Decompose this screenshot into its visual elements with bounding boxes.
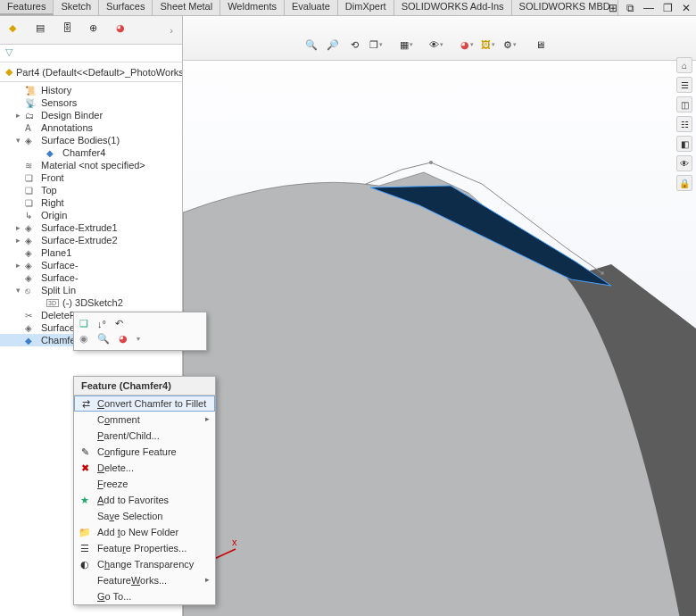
tree-node[interactable]: ▸◈Surface- (0, 259, 182, 271)
tree-node[interactable]: AAnnotations (0, 121, 182, 134)
appearance-dropdown-icon[interactable]: ▾ (137, 335, 140, 343)
taskpane-view-icon[interactable]: ◧ (676, 136, 692, 152)
menu-item-label: Add to Favorites (97, 495, 169, 505)
node-icon: 3D (46, 299, 59, 307)
node-label: Sensors (41, 97, 77, 108)
expander-icon[interactable]: ▸ (14, 261, 21, 270)
config-tab-icon[interactable]: 🗄 (62, 22, 79, 38)
new-window-icon[interactable]: ⊞ (609, 2, 617, 14)
tree-node[interactable]: ≋Material <not specified> (0, 159, 182, 171)
tree-node[interactable]: ▸◈Surface-Extrude1 (0, 221, 182, 234)
node-label: Split Lin (41, 285, 76, 296)
menu-item-convert-chamfer-to-fillet[interactable]: ⇄Convert Chamfer to Fillet (74, 395, 215, 412)
menu-item-comment[interactable]: Comment (74, 412, 215, 428)
filter-row[interactable]: ▽ (0, 45, 182, 62)
tree-node[interactable]: ◈Plane1 (0, 246, 182, 259)
rollback-icon[interactable]: ↶ (115, 318, 123, 329)
taskpane-layers-icon[interactable]: ☰ (676, 77, 692, 93)
menu-item-add-to-new-folder[interactable]: 📁Add to New Folder (74, 524, 215, 540)
menu-item-save-selection[interactable]: Save Selection (74, 508, 215, 524)
menu-item-configure-feature[interactable]: ✎Configure Feature (74, 444, 215, 460)
menu-item-add-to-favorites[interactable]: ★Add to Favorites (74, 492, 215, 508)
panel-expand-icon[interactable]: › (170, 25, 173, 36)
menu-item-feature-properties[interactable]: ☰Feature Properties... (74, 540, 215, 556)
menu-item-delete[interactable]: ✖Delete... (74, 460, 215, 476)
screen-button[interactable]: 🖥 (532, 37, 548, 53)
tab-sketch[interactable]: Sketch (54, 0, 99, 15)
menu-item-parent-child[interactable]: Parent/Child... (74, 428, 215, 444)
property-tab-icon[interactable]: ▤ (36, 22, 52, 38)
menu-item-featureworks[interactable]: FeatureWorks... (74, 572, 215, 588)
suppress-icon[interactable]: ↓° (97, 319, 106, 329)
menu-item-icon: ✖ (78, 462, 92, 474)
tree-node[interactable]: ◈Surface- (0, 271, 182, 284)
tab-dimxpert[interactable]: DimXpert (338, 0, 394, 15)
appearance-icon[interactable]: ◕ (119, 333, 128, 345)
node-icon: ≋ (25, 161, 37, 171)
taskpane-eye-icon[interactable]: 👁 (676, 155, 692, 171)
tab-surfaces[interactable]: Surfaces (99, 0, 153, 15)
expander-icon[interactable]: ▾ (14, 136, 21, 145)
node-icon: 📜 (25, 86, 37, 96)
tree-node[interactable]: ▾⎋Split Lin (0, 284, 182, 296)
expander-icon[interactable]: ▸ (14, 223, 21, 232)
prev-view-button[interactable]: ⟲ (346, 37, 362, 53)
tab-weldments[interactable]: Weldments (220, 0, 285, 15)
node-label: Annotations (41, 122, 93, 133)
taskpane-part-icon[interactable]: ◫ (676, 96, 692, 112)
zoom-fit-button[interactable]: 🔍 (303, 37, 319, 53)
menu-item-change-transparency[interactable]: ◐Change Transparency (74, 556, 215, 572)
expander-icon[interactable]: ▸ (14, 111, 21, 120)
tab-features[interactable]: Features (0, 0, 54, 15)
tab-solidworks-mbd[interactable]: SOLIDWORKS MBD (512, 0, 618, 15)
zoom-selection-icon[interactable]: 🔍 (97, 333, 110, 345)
taskpane-home-icon[interactable]: ⌂ (676, 57, 692, 73)
section-button[interactable]: ❒ (368, 37, 384, 53)
tree-node[interactable]: ▸🗂Design Binder (0, 109, 182, 121)
dimxpert-tab-icon[interactable]: ⊕ (89, 22, 105, 38)
close-icon[interactable]: ✕ (682, 2, 691, 14)
node-label: Top (41, 185, 57, 196)
minimize-icon[interactable]: — (643, 2, 654, 14)
expander-icon[interactable]: ▸ (14, 236, 21, 245)
part-root[interactable]: ◆ Part4 (Default<<Default>_PhotoWorks D (0, 62, 182, 82)
tree-node[interactable]: ↳Origin (0, 209, 182, 221)
tree-node[interactable]: 3D(-) 3DSketch2 (0, 296, 182, 309)
restore-icon[interactable]: ❐ (663, 2, 673, 14)
tree-node[interactable]: ❏Top (0, 184, 182, 196)
tree-node[interactable]: ◆Chamfer4 (0, 146, 182, 159)
edit-feature-icon[interactable]: ❏ (79, 318, 88, 329)
view-toolbar: 🔍🔎⟲❒▦👁◕🖼⚙🖥 (303, 37, 548, 53)
display-tab-icon[interactable]: ◕ (116, 22, 132, 38)
node-label: Material <not specified> (41, 160, 145, 171)
menu-item-freeze[interactable]: Freeze (74, 476, 215, 492)
tree-node[interactable]: ❏Right (0, 196, 182, 209)
node-label: Surface-Extrude2 (41, 235, 118, 246)
tree-node[interactable]: ❏Front (0, 171, 182, 184)
node-icon: ◆ (46, 148, 59, 158)
display-style-button[interactable]: ▦ (398, 37, 414, 53)
taskpane-lock-icon[interactable]: 🔒 (676, 175, 692, 191)
graphics-viewport[interactable] (183, 61, 696, 616)
expander-icon[interactable]: ▾ (14, 286, 21, 295)
tree-node[interactable]: ▾◈Surface Bodies(1) (0, 134, 182, 146)
popout-icon[interactable]: ⧉ (626, 2, 634, 14)
appearance-button[interactable]: ◕ (459, 37, 475, 53)
menu-item-go-to[interactable]: Go To... (74, 588, 215, 604)
taskpane-pack-icon[interactable]: ☷ (676, 116, 692, 132)
tree-node[interactable]: 📡Sensors (0, 96, 182, 109)
view-settings-button[interactable]: ⚙ (501, 37, 518, 53)
scene-button[interactable]: 🖼 (480, 37, 496, 53)
tab-solidworks-add-ins[interactable]: SOLIDWORKS Add-Ins (394, 0, 512, 15)
menu-item-label: Save Selection (97, 511, 162, 521)
tree-node[interactable]: 📜History (0, 84, 182, 96)
hide-icon[interactable]: ◉ (79, 333, 88, 345)
tree-node[interactable]: ▸◈Surface-Extrude2 (0, 234, 182, 246)
tab-evaluate[interactable]: Evaluate (285, 0, 338, 15)
menu-item-label: Configure Feature (97, 446, 177, 457)
zoom-area-button[interactable]: 🔎 (325, 37, 341, 53)
node-icon: ◈ (25, 248, 37, 258)
feature-tree-tab-icon[interactable]: ◆ (9, 22, 25, 38)
tab-sheet-metal[interactable]: Sheet Metal (153, 0, 220, 15)
hide-show-button[interactable]: 👁 (428, 37, 444, 53)
